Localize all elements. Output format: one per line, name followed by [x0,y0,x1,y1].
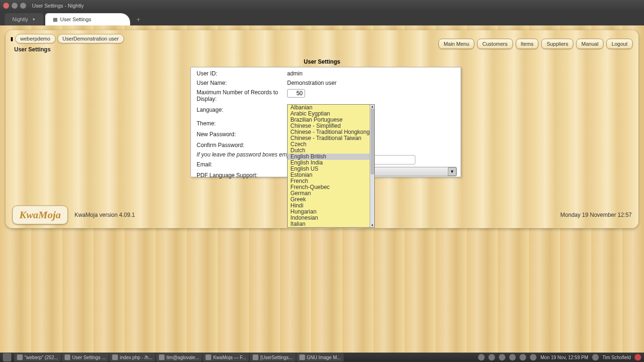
footer-datetime: Monday 19 November 12:57 [561,212,632,218]
tray-icon[interactable] [488,354,495,361]
taskbar-user[interactable]: Tim Schofield [603,355,631,360]
logout-button[interactable]: Logout [606,39,633,49]
app-icon [17,354,23,360]
chevron-down-icon: ▼ [32,17,36,22]
book-icon: ▮ [10,36,13,42]
app-icon [206,354,211,360]
new-tab-button[interactable]: + [132,13,145,25]
taskbar-item[interactable]: User Settings ... [62,353,108,362]
taskbar-item[interactable]: [UserSettings... [250,353,295,362]
tray-icon[interactable] [530,354,537,361]
taskbar-item[interactable]: index.php - /h... [109,353,155,362]
taskbar-item[interactable]: tim@aglovale... [156,353,202,362]
label-confirm-password: Confirm Password: [191,142,287,148]
breadcrumb-user[interactable]: UserDemonstration user [58,34,124,43]
breadcrumb-company[interactable]: weberpdemo [15,34,56,43]
app-icon [299,354,305,360]
system-tray: Mon 19 Nov, 12:59 PM Tim Schofield [478,354,641,361]
browser-tab-nightly[interactable]: Nightly ▼ [5,13,43,25]
items-button[interactable]: Items [516,39,539,49]
label-theme: Theme: [191,120,287,127]
label-user-name: User Name: [191,80,287,86]
scroll-thumb[interactable] [371,108,374,174]
label-pdf-lang: PDF Language Support: [191,172,287,179]
window-maximize-icon[interactable] [20,2,26,9]
app-icon [159,354,165,360]
app-icon [65,354,70,360]
taskbar-item[interactable]: KwaMoja — F... [203,353,249,362]
customers-button[interactable]: Customers [477,39,512,49]
tab-label: Nightly [12,16,28,22]
language-option[interactable]: Italian [288,221,374,227]
logo: KwaMoja [12,206,68,224]
window-close-icon[interactable] [3,2,9,9]
label-max-records: Maximum Number of Records to Display: [191,89,287,102]
scrollbar[interactable]: ▴ ▾ [370,105,374,227]
app-launcher-icon[interactable] [3,353,11,362]
breadcrumb: ▮ weberpdemo UserDemonstration user [10,34,126,43]
tray-icon[interactable] [499,354,505,361]
main-menu-button[interactable]: Main Menu [438,39,474,49]
user-icon[interactable] [592,354,599,361]
taskbar-item[interactable]: "weberp" (252... [14,353,61,362]
browser-tab-bar: Nightly ▼ ▦ User Settings + [0,11,644,25]
suppliers-button[interactable]: Suppliers [541,39,573,49]
os-taskbar: "weberp" (252... User Settings ... index… [0,353,644,362]
password-hint: If you leave the password boxes empty yo [191,151,302,158]
window-minimize-icon[interactable] [11,2,18,9]
top-nav-buttons: Main Menu Customers Items Suppliers Manu… [438,39,633,49]
browser-tab-active[interactable]: ▦ User Settings [45,13,130,25]
window-title: User Settings - Nightly [32,3,83,8]
tray-icon[interactable] [478,354,485,361]
power-icon[interactable] [635,354,641,361]
content-area: ▮ weberpdemo UserDemonstration user User… [0,25,644,353]
label-email: Email: [191,161,287,168]
manual-button[interactable]: Manual [576,39,603,49]
page-icon: ▦ [53,16,58,23]
taskbar-item[interactable]: GNU Image M... [297,353,344,362]
app-icon [253,354,258,360]
os-titlebar: User Settings - Nightly [0,0,644,11]
label-user-id: User ID: [191,70,287,77]
tray-icon[interactable] [520,354,526,361]
max-records-input[interactable] [287,89,305,98]
app-icon [112,354,118,360]
value-user-name: Demonstration user [287,80,461,86]
value-user-id: admin [287,70,461,77]
taskbar-clock[interactable]: Mon 19 Nov, 12:59 PM [540,355,588,360]
language-dropdown[interactable]: ▴ ▾ AlbanianArabic EygptianBrazilian Por… [287,104,375,228]
tray-icon[interactable] [509,354,516,361]
scroll-up-icon[interactable]: ▴ [370,105,375,108]
chevron-down-icon: ▼ [448,167,456,176]
page-title: User Settings [14,46,50,53]
label-new-password: New Password: [191,131,287,138]
label-language: Language: [191,107,287,116]
tab-label: User Settings [60,16,91,22]
form-title: User Settings [6,58,638,65]
version-text: KwaMoja version 4.09.1 [74,212,135,218]
scroll-down-icon[interactable]: ▾ [370,223,375,227]
